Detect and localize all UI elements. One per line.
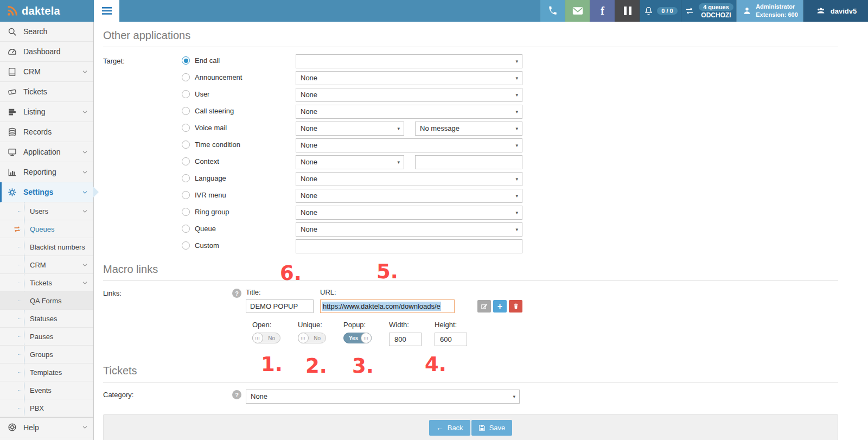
link-url-input[interactable]: https://www.daktela.com/downloads/e — [320, 299, 455, 313]
help-icon[interactable]: ? — [232, 289, 241, 298]
radio-label: Language — [195, 174, 226, 182]
add-link-button[interactable]: + — [493, 300, 507, 313]
queues-status-label: ODCHOZI — [701, 11, 731, 19]
group-icon — [815, 6, 826, 16]
radio-label: Announcement — [195, 73, 242, 81]
radio-ivr-menu[interactable] — [182, 191, 190, 199]
dashboard-icon — [8, 47, 17, 56]
sidebar-item-reporting[interactable]: Reporting — [0, 162, 93, 182]
ring-group-select[interactable]: None ▾ — [296, 206, 522, 220]
edit-pencil-icon — [481, 303, 488, 310]
sidebar-item-dashboard[interactable]: Dashboard — [0, 42, 93, 62]
width-input[interactable] — [389, 333, 422, 346]
back-button[interactable]: ← Back — [429, 420, 470, 436]
edit-link-button[interactable] — [477, 300, 491, 313]
radio-user[interactable] — [182, 90, 190, 98]
time-condition-select[interactable]: None ▾ — [296, 138, 522, 152]
help-icon[interactable]: ? — [232, 390, 241, 399]
sidebar-item-pbx[interactable]: PBX — [0, 399, 93, 417]
queues-status-button[interactable]: 4 queues ODCHOZI — [681, 0, 736, 22]
sidebar-item-queues[interactable]: Queues — [0, 220, 93, 238]
sidebar-item-settings[interactable]: Settings — [0, 182, 93, 202]
radio-custom[interactable] — [182, 241, 190, 250]
radio-voice-mail[interactable] — [182, 124, 190, 132]
logo-text: daktela — [22, 5, 60, 17]
sidebar-item-listing[interactable]: Listing — [0, 102, 93, 122]
phone-icon — [548, 6, 558, 16]
profile-button[interactable]: Administrator Extension: 600 — [736, 0, 803, 22]
sidebar-item-search[interactable]: Search — [0, 22, 93, 42]
open-toggle[interactable]: III No — [252, 333, 280, 343]
annotation-3: 3. — [352, 354, 374, 378]
user-select[interactable]: None ▾ — [296, 88, 522, 102]
height-label: Height: — [435, 321, 480, 329]
phone-button[interactable] — [540, 0, 565, 22]
notifications-button[interactable]: 0 / 0 — [640, 0, 681, 22]
sidebar-item-help[interactable]: Help — [0, 417, 93, 437]
radio-label: IVR menu — [195, 191, 226, 199]
sidebar-item-application[interactable]: Application — [0, 142, 93, 162]
sidebar-item-records[interactable]: Records — [0, 122, 93, 142]
facebook-icon: f — [601, 5, 604, 17]
sidebar-item-pauses[interactable]: Pauses — [0, 328, 93, 346]
end-call-select[interactable]: ▾ — [296, 54, 522, 68]
context-input[interactable] — [415, 155, 522, 169]
mail-button[interactable] — [565, 0, 590, 22]
envelope-icon — [572, 7, 583, 15]
link-title-input[interactable] — [246, 299, 314, 313]
sidebar-item-tickets-settings[interactable]: Tickets — [0, 274, 93, 292]
delete-link-button[interactable] — [509, 300, 522, 313]
radio-context[interactable] — [182, 157, 190, 165]
custom-input[interactable] — [296, 239, 522, 253]
height-input[interactable] — [435, 333, 467, 346]
ivr-menu-select[interactable]: None ▾ — [296, 189, 522, 203]
daktela-logo[interactable]: daktela — [0, 0, 94, 22]
radio-end-call[interactable] — [182, 56, 190, 65]
sidebar-item-users[interactable]: Users — [0, 202, 93, 220]
sidebar-item-crm-settings[interactable]: CRM — [0, 256, 93, 274]
exchange-arrows-icon — [684, 6, 695, 16]
sidebar-item-tickets[interactable]: Tickets — [0, 82, 93, 102]
sidebar-toggle-button[interactable] — [94, 0, 119, 22]
radio-language[interactable] — [182, 174, 190, 182]
daktela-feed-icon — [7, 5, 18, 16]
context-select[interactable]: None ▾ — [296, 155, 404, 169]
sidebar-item-templates[interactable]: Templates — [0, 364, 93, 381]
radio-queue[interactable] — [182, 225, 190, 233]
call-steering-select[interactable]: None ▾ — [296, 105, 522, 119]
annotation-6: 6. — [280, 262, 302, 285]
sidebar-item-qa-forms[interactable]: QA Forms — [0, 292, 93, 310]
pause-button[interactable] — [615, 0, 640, 22]
radio-label: Queue — [195, 225, 216, 233]
voice-mail-select[interactable]: None ▾ — [296, 122, 404, 136]
sidebar-item-groups[interactable]: Groups — [0, 346, 93, 364]
radio-label: User — [195, 90, 209, 98]
settings-submenu: Users Queues Blacklist numbers CRM Ticke… — [0, 202, 93, 417]
language-select[interactable]: None ▾ — [296, 172, 522, 186]
announcement-select[interactable]: None ▾ — [296, 71, 522, 85]
unique-toggle[interactable]: III No — [298, 333, 326, 343]
pause-icon — [624, 7, 627, 15]
radio-ring-group[interactable] — [182, 208, 190, 216]
sidebar-item-blacklist-numbers[interactable]: Blacklist numbers — [0, 238, 93, 256]
form-footer: ← Back Save — [103, 414, 838, 440]
radio-announcement[interactable] — [182, 73, 190, 81]
top-header: daktela f — [0, 0, 868, 22]
queue-select[interactable]: None ▾ — [296, 222, 522, 237]
chevron-down-icon — [82, 69, 88, 75]
sidebar-item-statuses[interactable]: Statuses — [0, 310, 93, 328]
queues-count-badge: 4 queues — [699, 3, 733, 11]
user-menu-button[interactable]: davidv5 — [803, 0, 868, 22]
popup-toggle[interactable]: Yes III — [343, 333, 372, 343]
radio-call-steering[interactable] — [182, 107, 190, 115]
radio-time-condition[interactable] — [182, 141, 190, 149]
sidebar-item-crm[interactable]: CRM — [0, 62, 93, 82]
save-button[interactable]: Save — [471, 420, 513, 436]
voice-mail-message-select[interactable]: No message ▾ — [415, 122, 522, 136]
annotation-2: 2. — [305, 354, 327, 378]
category-label: Category: — [103, 390, 232, 399]
sidebar-item-events[interactable]: Events — [0, 381, 93, 399]
category-select[interactable]: None ▾ — [246, 390, 520, 404]
dropdown-arrow-icon: ▾ — [515, 105, 518, 119]
facebook-button[interactable]: f — [590, 0, 615, 22]
